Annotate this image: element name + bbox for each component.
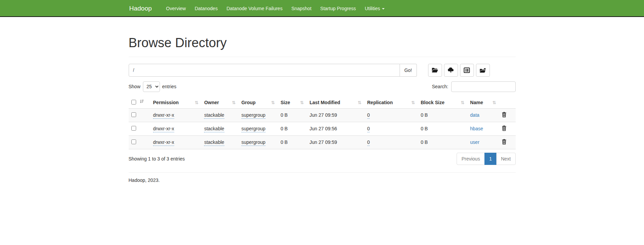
group-cell[interactable]: supergroup (241, 139, 265, 146)
permission-cell[interactable]: drwxr-xr-x (153, 139, 174, 146)
header-name[interactable]: Name ⇅ (467, 97, 499, 109)
chevron-down-icon (382, 8, 385, 10)
nav-link-datanodes[interactable]: Datanodes (190, 0, 222, 17)
divider (129, 57, 516, 57)
file-action-buttons (428, 64, 490, 77)
row-checkbox[interactable] (131, 112, 136, 117)
entries-info: Showing 1 to 3 of 3 entries (129, 156, 185, 162)
nav-link-datanode-volume-failures[interactable]: Datanode Volume Failures (222, 0, 287, 17)
row-checkbox[interactable] (131, 139, 136, 144)
sort-icon: ⇅ (271, 100, 275, 105)
header-label: Last Modified (310, 100, 340, 105)
trash-icon (502, 139, 507, 146)
group-cell[interactable]: supergroup (241, 126, 265, 132)
table-header-row: Permission ⇅ Owner ⇅ Group ⇅ Size ⇅ Last… (129, 97, 516, 109)
header-label: Replication (367, 100, 393, 105)
page-title: Browse Directory (129, 36, 516, 51)
list-alt-button[interactable] (460, 64, 474, 77)
header-size[interactable]: Size ⇅ (278, 97, 307, 109)
header-last-modified[interactable]: Last Modified ⇅ (307, 97, 365, 109)
pagination-page-1: 1 (485, 153, 497, 165)
previous-button[interactable]: Previous (457, 153, 484, 165)
block-size-cell: 0 B (421, 112, 428, 118)
block-size-cell: 0 B (421, 139, 428, 145)
header-block-size[interactable]: Block Size ⇅ (418, 97, 467, 109)
nav-item-datanodes: Datanodes (190, 0, 222, 17)
navbar-brand[interactable]: Hadoop (129, 0, 157, 17)
footer-divider (129, 172, 516, 173)
go-button[interactable]: Go! (400, 64, 417, 77)
page-size-control: Show 25 entries (129, 81, 177, 92)
directory-link[interactable]: hbase (470, 126, 483, 131)
list-alt-icon (464, 68, 470, 73)
delete-button[interactable] (502, 112, 507, 118)
delete-button[interactable] (502, 126, 507, 132)
header-group[interactable]: Group ⇅ (239, 97, 278, 109)
nav-link-snapshot[interactable]: Snapshot (287, 0, 316, 17)
replication-cell[interactable]: 0 (367, 139, 370, 146)
navbar: Hadoop Overview Datanodes Datanode Volum… (0, 0, 644, 17)
table-controls: Show 25 entries Search: (129, 81, 516, 92)
permission-cell[interactable]: drwxr-xr-x (153, 112, 174, 119)
nav-label: Datanode Volume Failures (226, 5, 282, 12)
main-content: Browse Directory Go! (124, 36, 521, 183)
last-modified-cell: Jun 27 09:59 (310, 112, 337, 118)
nav-item-startup-progress: Startup Progress (316, 0, 360, 17)
size-cell: 0 B (280, 112, 288, 118)
path-form: Go! (129, 64, 516, 77)
owner-cell[interactable]: stackable (204, 139, 224, 146)
directory-table: Permission ⇅ Owner ⇅ Group ⇅ Size ⇅ Last… (129, 97, 516, 149)
next-button[interactable]: Next (496, 153, 516, 165)
show-label: Show (129, 84, 141, 89)
table-row: drwxr-xr-x stackable supergroup 0 B Jun … (129, 122, 516, 135)
owner-cell[interactable]: stackable (204, 112, 224, 119)
select-all-checkbox[interactable] (131, 100, 136, 105)
search-label: Search: (432, 84, 448, 89)
header-label: Name (470, 100, 483, 105)
trash-icon (502, 112, 507, 118)
header-label: Block Size (421, 100, 444, 105)
search-control: Search: (432, 81, 515, 92)
sort-icon: ⇅ (232, 100, 236, 105)
sort-icon: ⇅ (411, 100, 415, 105)
nav-item-utilities: Utilities (360, 0, 389, 17)
replication-cell[interactable]: 0 (367, 126, 370, 132)
header-owner[interactable]: Owner ⇅ (201, 97, 238, 109)
search-input[interactable] (451, 81, 516, 92)
header-label: Permission (153, 100, 179, 105)
upload-button[interactable] (444, 64, 458, 77)
directory-path-input[interactable] (129, 64, 400, 77)
directory-link[interactable]: data (470, 112, 479, 118)
navbar-menu: Overview Datanodes Datanode Volume Failu… (162, 0, 389, 17)
site-footer-text: Hadoop, 2023. (129, 177, 516, 183)
pagination: Previous 1 Next (457, 153, 515, 165)
directory-link[interactable]: user (470, 139, 479, 145)
permission-cell[interactable]: drwxr-xr-x (153, 126, 174, 132)
nav-label: Utilities (365, 5, 380, 12)
nav-item-snapshot: Snapshot (287, 0, 316, 17)
header-label: Group (241, 100, 256, 105)
trash-icon (502, 126, 507, 132)
replication-cell[interactable]: 0 (367, 112, 370, 119)
table-footer: Showing 1 to 3 of 3 entries Previous 1 N… (129, 153, 516, 165)
nav-link-startup-progress[interactable]: Startup Progress (316, 0, 360, 17)
group-cell[interactable]: supergroup (241, 112, 265, 119)
page-size-select[interactable]: 25 (143, 81, 160, 92)
header-actions (499, 97, 515, 109)
folder-open-button[interactable] (428, 64, 442, 77)
nav-item-datanode-volume-failures: Datanode Volume Failures (222, 0, 287, 17)
header-label: Size (280, 100, 290, 105)
block-size-cell: 0 B (421, 126, 428, 131)
header-select-all[interactable] (129, 97, 150, 109)
folder-transfer-button[interactable] (476, 64, 490, 77)
nav-link-overview[interactable]: Overview (162, 0, 190, 17)
owner-cell[interactable]: stackable (204, 126, 224, 132)
sort-icon: ⇅ (195, 100, 199, 105)
page-1-button[interactable]: 1 (484, 153, 497, 165)
nav-item-overview: Overview (162, 0, 190, 17)
nav-link-utilities-dropdown[interactable]: Utilities (360, 0, 389, 17)
row-checkbox[interactable] (131, 126, 136, 131)
header-replication[interactable]: Replication ⇅ (365, 97, 418, 109)
header-permission[interactable]: Permission ⇅ (150, 97, 202, 109)
delete-button[interactable] (502, 139, 507, 146)
